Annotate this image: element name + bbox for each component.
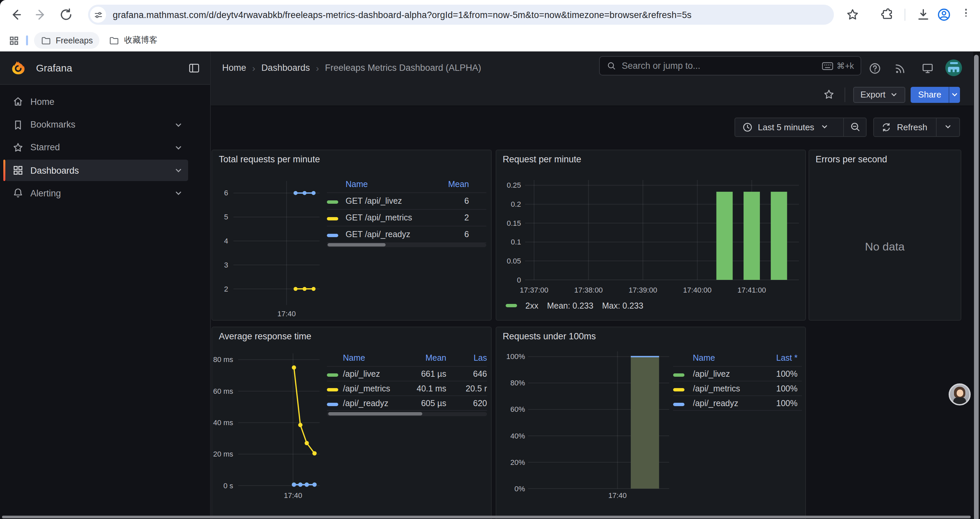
vertical-scrollbar[interactable] — [973, 51, 980, 519]
refresh-button[interactable]: Refresh — [873, 118, 960, 137]
news-rss-icon[interactable] — [894, 62, 907, 75]
panel-title[interactable]: Errors per second — [816, 154, 887, 164]
favorite-star-icon[interactable] — [822, 88, 835, 101]
legend-series-name: GET /api/_livez — [345, 196, 440, 205]
browser-menu-icon[interactable] — [961, 7, 970, 22]
bookmarks-separator — [26, 35, 28, 45]
share-menu-button[interactable] — [949, 86, 960, 103]
chart-area[interactable]: 0.250.20.150.10.05017:37:0017:38:0017:39… — [496, 150, 806, 321]
sidebar-item-label: Alerting — [30, 188, 61, 198]
column-header[interactable]: Name — [693, 353, 759, 363]
series-color-chip[interactable] — [327, 200, 338, 203]
horizontal-scrollbar[interactable] — [2, 515, 970, 518]
chevron-down-icon — [890, 91, 898, 99]
series-color-chip[interactable] — [673, 402, 684, 406]
sidebar-item-bookmarks[interactable]: Bookmarks — [5, 114, 188, 135]
series-color-chip[interactable] — [327, 373, 338, 376]
forward-icon[interactable] — [33, 7, 48, 22]
column-header[interactable]: Last * — [759, 353, 797, 363]
table-scrollbar[interactable] — [327, 412, 487, 416]
chevron-down-icon[interactable] — [174, 166, 183, 175]
sidebar-item-alerting[interactable]: Alerting — [5, 182, 188, 204]
breadcrumb-dashboards[interactable]: Dashboards — [261, 63, 310, 73]
svg-text:0.2: 0.2 — [510, 200, 521, 208]
series-color-chip[interactable] — [673, 373, 684, 376]
series-color-chip[interactable] — [327, 388, 338, 391]
sidebar-item-label: Dashboards — [30, 165, 79, 175]
chevron-down-icon[interactable] — [174, 143, 183, 152]
panel-title[interactable]: Requests under 100ms — [503, 331, 596, 341]
legend-row[interactable]: /api/_readyz605 µs620 — [327, 396, 487, 411]
breadcrumb-home[interactable]: Home — [222, 63, 246, 73]
apps-grid-icon[interactable] — [8, 34, 20, 46]
sidebar-item-starred[interactable]: Starred — [5, 137, 188, 158]
vertical-scrollbar-thumb[interactable] — [974, 55, 978, 519]
legend-row[interactable]: GET /api/_metrics2 — [327, 209, 486, 226]
bookmark-label: Freeleaps — [56, 36, 93, 45]
monitor-icon[interactable] — [921, 62, 934, 75]
legend-series-name: /api/_metrics — [343, 384, 406, 393]
help-icon[interactable] — [869, 62, 881, 75]
column-header[interactable]: Name — [345, 180, 440, 189]
column-header[interactable]: Mean — [440, 180, 469, 189]
legend-table-header: NameMeanLas — [327, 349, 487, 367]
downloads-icon[interactable] — [916, 7, 931, 22]
svg-text:20%: 20% — [510, 458, 525, 466]
svg-text:0.25: 0.25 — [506, 181, 521, 189]
user-avatar[interactable] — [945, 59, 962, 76]
chevron-down-icon[interactable] — [174, 189, 183, 198]
export-button[interactable]: Export — [853, 86, 905, 103]
column-header[interactable]: Las — [446, 353, 487, 363]
svg-text:17:41:00: 17:41:00 — [737, 286, 766, 294]
svg-text:17:37:00: 17:37:00 — [519, 286, 548, 294]
legend-value: 100% — [759, 384, 797, 393]
back-icon[interactable] — [9, 7, 23, 22]
series-color-chip[interactable] — [327, 217, 338, 220]
url-bar[interactable]: grafana.mathmast.com/d/deytv4rwavabkb/fr… — [88, 5, 834, 25]
legend-row[interactable]: /api/_readyz100% — [673, 396, 802, 411]
legend-series-name: /api/_livez — [343, 369, 406, 378]
bookmark-folder-freeleaps[interactable]: Freeleaps — [34, 32, 99, 49]
bookmark-star-icon[interactable] — [845, 7, 860, 22]
assistant-avatar[interactable] — [949, 383, 970, 406]
chevron-down-icon[interactable] — [174, 121, 183, 129]
zoom-out-button[interactable] — [843, 118, 867, 137]
time-range-picker[interactable]: Last 5 minutes — [735, 118, 844, 137]
sidebar-toggle-icon[interactable] — [188, 62, 200, 74]
bookmark-folder-blogs[interactable]: 收藏博客 — [102, 32, 164, 49]
panel-title[interactable]: Total requests per minute — [219, 154, 320, 164]
extensions-icon[interactable] — [880, 7, 895, 22]
sidebar-item-dashboards[interactable]: Dashboards — [5, 160, 188, 181]
legend-row[interactable]: GET /api/_readyz6 — [327, 226, 486, 243]
bookmark-icon — [12, 118, 24, 131]
legend-row[interactable]: /api/_metrics40.1 ms20.5 r — [327, 382, 487, 396]
legend-row[interactable]: /api/_livez661 µs646 — [327, 367, 487, 382]
panel-title[interactable]: Request per minute — [503, 154, 581, 164]
share-button[interactable]: Share — [911, 86, 949, 103]
grafana-logo[interactable] — [11, 60, 26, 75]
legend-series-name[interactable]: 2xx — [525, 301, 538, 310]
legend-mean: Mean: 0.233 — [547, 301, 593, 310]
dashboards-grid-icon — [12, 164, 24, 176]
table-scrollbar[interactable] — [327, 243, 486, 247]
series-color-chip[interactable] — [327, 233, 338, 237]
column-header[interactable]: Mean — [406, 353, 446, 363]
site-settings-icon[interactable] — [90, 7, 106, 23]
series-color-chip[interactable] — [327, 402, 338, 406]
legend-row[interactable]: GET /api/_livez6 — [327, 193, 486, 209]
panel-title[interactable]: Average response time — [219, 331, 311, 341]
svg-text:17:40: 17:40 — [277, 309, 296, 318]
svg-text:17:40:00: 17:40:00 — [683, 286, 711, 294]
search-input[interactable]: Search or jump to... ⌘+k — [599, 56, 861, 75]
star-icon — [12, 141, 24, 153]
legend-row[interactable]: /api/_metrics100% — [673, 382, 802, 396]
series-color-chip[interactable] — [673, 388, 684, 391]
profile-icon[interactable] — [937, 7, 951, 22]
chart-legend[interactable]: 2xx Mean: 0.233 Max: 0.233 — [505, 301, 643, 310]
legend-row[interactable]: /api/_livez100% — [673, 367, 802, 382]
url-text[interactable]: grafana.mathmast.com/d/deytv4rwavabkb/fr… — [113, 10, 692, 20]
reload-icon[interactable] — [59, 7, 73, 22]
sidebar-item-home[interactable]: Home — [5, 91, 188, 112]
column-header[interactable]: Name — [343, 353, 406, 363]
chevron-down-icon[interactable] — [944, 123, 952, 131]
